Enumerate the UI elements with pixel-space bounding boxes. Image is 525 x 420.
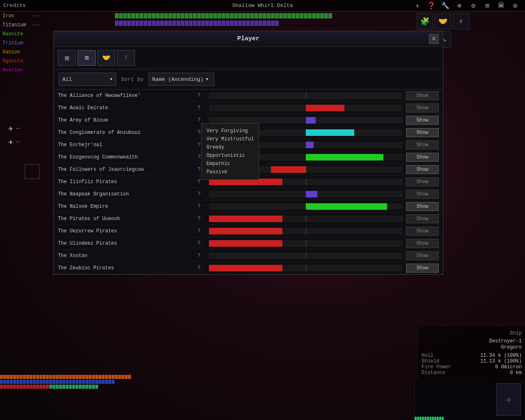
right-icon-row: 🧩 🤝 ⚡ bbox=[414, 11, 525, 31]
mini-bar bbox=[427, 417, 429, 420]
faction-show-button[interactable]: Show bbox=[406, 116, 439, 125]
mini-bar bbox=[422, 417, 424, 420]
map-icon-btn[interactable]: ⊞ bbox=[481, 0, 493, 11]
firepower-value: 0 Omicron bbox=[495, 364, 522, 370]
faction-bar-container bbox=[209, 240, 403, 247]
bar-seg bbox=[181, 21, 184, 26]
faction-row: The Pirates of Uueooh ? Show bbox=[54, 213, 443, 225]
faction-bar bbox=[306, 203, 387, 210]
trait-item: Opportunistic bbox=[206, 151, 254, 160]
faction-show-button[interactable]: Show bbox=[406, 153, 439, 162]
faction-unknown-marker: ? bbox=[197, 117, 206, 123]
tab-alert[interactable]: ! bbox=[117, 50, 135, 66]
faction-show-button[interactable]: Show bbox=[406, 165, 439, 174]
faction-show-button[interactable]: Show bbox=[406, 227, 439, 236]
bar-seg bbox=[234, 13, 238, 18]
bar-seg bbox=[0, 375, 3, 379]
bar-seg bbox=[144, 13, 147, 18]
bar-seg bbox=[33, 375, 36, 379]
mini-bar bbox=[439, 417, 441, 420]
bar-seg bbox=[76, 385, 78, 389]
sort-select[interactable]: Name (Ascending) ▼ bbox=[149, 73, 214, 86]
tab-grid[interactable]: ⊞ bbox=[78, 50, 96, 66]
resource-bars-area bbox=[115, 11, 410, 31]
handshake-icon-btn[interactable]: 🤝 bbox=[435, 13, 451, 30]
iron-label: Iron bbox=[2, 13, 31, 19]
tab-diplomacy[interactable]: 🤝 bbox=[97, 50, 115, 66]
wings-icon-btn[interactable]: ⚡ bbox=[453, 13, 469, 30]
faction-row: The Aoalc Emirate ? Show bbox=[54, 102, 443, 114]
modal-close-button[interactable]: × bbox=[429, 34, 439, 44]
iron-value: --- bbox=[31, 13, 40, 19]
nav-ship-2: ✈ ← bbox=[8, 137, 21, 147]
bar-seg bbox=[76, 375, 78, 379]
bar-seg bbox=[33, 380, 36, 384]
bar-seg bbox=[181, 13, 184, 18]
faction-show-button[interactable]: Show bbox=[406, 214, 439, 223]
faction-name: The Nalsoe Empire bbox=[58, 204, 197, 209]
settings-icon-btn[interactable]: ⚙ bbox=[468, 0, 479, 11]
bar-seg bbox=[20, 385, 23, 389]
bar-seg bbox=[3, 385, 6, 389]
faction-filter[interactable]: All ▼ bbox=[59, 73, 116, 86]
bar-seg bbox=[291, 13, 295, 18]
bar-seg bbox=[320, 13, 324, 18]
bar-seg bbox=[226, 21, 229, 26]
bar-seg bbox=[131, 21, 135, 26]
avorion-label: Avorion bbox=[2, 67, 31, 73]
mixed-bars bbox=[0, 385, 414, 389]
faction-unknown-marker: ? bbox=[197, 92, 206, 99]
building-icon-btn[interactable]: 🏛 bbox=[495, 0, 507, 11]
faction-show-button[interactable]: Show bbox=[406, 202, 439, 211]
bar-seg bbox=[222, 13, 225, 18]
bar-seg bbox=[152, 21, 156, 26]
bar-seg bbox=[46, 380, 49, 384]
bar-seg bbox=[26, 375, 29, 379]
bar-seg bbox=[119, 21, 123, 26]
faction-show-button[interactable]: Show bbox=[406, 264, 439, 273]
faction-name: The Alliance of Hwoawfiikne' bbox=[58, 93, 197, 99]
config-icon-btn[interactable]: ⚙ bbox=[509, 0, 521, 11]
bar-seg bbox=[39, 375, 42, 379]
help-icon-btn[interactable]: ❓ bbox=[426, 0, 437, 11]
bar-seg bbox=[242, 13, 246, 18]
faction-show-button[interactable]: Show bbox=[406, 190, 439, 199]
ship-icon-btn[interactable]: ✈ bbox=[412, 0, 423, 11]
faction-show-button[interactable]: Show bbox=[406, 239, 439, 248]
bar-seg bbox=[95, 375, 98, 379]
bottom-mini-bars bbox=[415, 417, 496, 420]
bar-seg bbox=[123, 13, 127, 18]
bar-seg bbox=[69, 380, 72, 384]
bar-seg bbox=[197, 13, 201, 18]
faction-name: The Iiinfliz Pirates bbox=[58, 179, 197, 185]
faction-show-button[interactable]: Show bbox=[406, 140, 439, 149]
bar-seg bbox=[304, 13, 307, 18]
faction-show-button[interactable]: Show bbox=[406, 103, 439, 112]
trinium-label: Trinium bbox=[2, 40, 31, 46]
faction-show-button[interactable]: Show bbox=[406, 177, 439, 186]
faction-show-button[interactable]: Show bbox=[406, 128, 439, 137]
bar-seg bbox=[122, 375, 124, 379]
bar-seg bbox=[275, 13, 279, 18]
bar-seg bbox=[43, 380, 46, 384]
bar-seg bbox=[53, 375, 55, 379]
wrench-icon-btn[interactable]: 🔧 bbox=[440, 0, 451, 11]
bar-seg bbox=[46, 385, 49, 389]
bar-seg bbox=[201, 21, 205, 26]
bar-seg bbox=[53, 380, 55, 384]
bar-seg bbox=[46, 375, 49, 379]
tab-bar: ▦ ⊞ 🤝 ! bbox=[54, 47, 443, 69]
tab-stats[interactable]: ▦ bbox=[58, 50, 76, 66]
faction-show-button[interactable]: Show bbox=[406, 251, 439, 260]
puzzle-icon-btn[interactable]: 🧩 bbox=[417, 13, 433, 30]
bar-midline bbox=[306, 216, 306, 222]
bar-seg bbox=[267, 13, 271, 18]
bar-seg bbox=[263, 21, 266, 26]
faction-name: The Eorhejr'oal bbox=[58, 142, 197, 148]
modal-title: Player bbox=[237, 35, 259, 42]
bar-midline bbox=[306, 228, 306, 234]
bar-seg bbox=[115, 13, 119, 18]
arrow-left-icon: ← bbox=[16, 125, 21, 132]
target-icon-btn[interactable]: ⊕ bbox=[454, 0, 465, 11]
faction-show-button[interactable]: Show bbox=[406, 91, 439, 100]
